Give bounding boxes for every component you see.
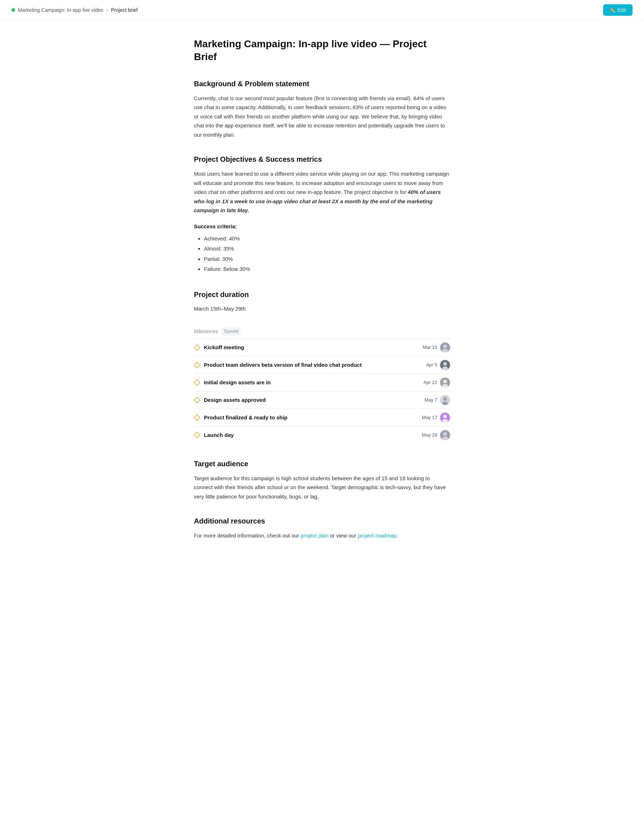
diamond-icon bbox=[194, 362, 200, 368]
milestones-header: Milestones Synced bbox=[194, 327, 450, 336]
milestone-right: May 7 bbox=[425, 395, 450, 405]
milestone-right: Apr 22 bbox=[423, 377, 450, 388]
duration-heading: Project duration bbox=[194, 289, 450, 300]
list-item: Partial: 30% bbox=[204, 254, 450, 264]
section-background: Background & Problem statement Currently… bbox=[194, 78, 450, 140]
svg-marker-0 bbox=[194, 345, 200, 350]
additional-resources-body: For more detailed information, check out… bbox=[194, 531, 450, 540]
section-target-audience: Target audience Target audience for this… bbox=[194, 458, 450, 501]
svg-point-22 bbox=[443, 432, 447, 436]
duration-body: March 15th–May 29th bbox=[194, 305, 450, 313]
section-objectives: Project Objectives & Success metrics Mos… bbox=[194, 153, 450, 275]
topbar: Marketing Campaign: In-app live video › … bbox=[0, 0, 644, 20]
avatar bbox=[440, 360, 450, 370]
svg-point-14 bbox=[443, 397, 447, 401]
svg-marker-16 bbox=[194, 415, 200, 420]
avatar bbox=[440, 430, 450, 440]
section-milestones: Milestones Synced Kickoff meeting Mar 15 bbox=[194, 327, 450, 444]
additional-resources-middle: or view our bbox=[328, 532, 358, 538]
milestone-row: Kickoff meeting Mar 15 bbox=[194, 339, 450, 356]
criteria-list: Achieved: 40% Almost: 35% Partial: 30% F… bbox=[194, 234, 450, 275]
avatar-svg bbox=[440, 395, 450, 405]
milestones-label: Milestones bbox=[194, 327, 218, 335]
avatar-svg bbox=[440, 430, 450, 440]
milestone-row: Launch day May 29 bbox=[194, 426, 450, 444]
target-audience-body: Target audience for this campaign is hig… bbox=[194, 474, 450, 501]
additional-resources-suffix: . bbox=[396, 532, 398, 538]
list-item: Achieved: 40% bbox=[204, 234, 450, 244]
milestone-name: Design assets approved bbox=[204, 396, 266, 404]
diamond-icon bbox=[194, 379, 200, 386]
svg-marker-4 bbox=[194, 362, 200, 368]
list-item: Almost: 35% bbox=[204, 244, 450, 254]
success-criteria-heading: Success criteria: bbox=[194, 222, 450, 231]
avatar-svg bbox=[440, 360, 450, 370]
milestone-left: Product team delivers beta version of fi… bbox=[194, 361, 362, 369]
section-additional-resources: Additional resources For more detailed i… bbox=[194, 515, 450, 540]
diamond-icon bbox=[194, 344, 200, 351]
milestone-row: Product finalized & ready to ship May 17 bbox=[194, 409, 450, 426]
milestone-right: Apr 5 bbox=[426, 360, 450, 370]
avatar-svg bbox=[440, 342, 450, 353]
breadcrumb-parent-link[interactable]: Marketing Campaign: In-app live video bbox=[18, 6, 103, 14]
milestones-list: Kickoff meeting Mar 15 bbox=[194, 339, 450, 444]
milestone-name: Product team delivers beta version of fi… bbox=[204, 361, 362, 369]
milestone-name: Launch day bbox=[204, 431, 234, 439]
milestone-row: Product team delivers beta version of fi… bbox=[194, 356, 450, 374]
milestone-row: Design assets approved May 7 bbox=[194, 391, 450, 409]
main-content: Marketing Campaign: In-app live video — … bbox=[182, 20, 462, 583]
objectives-heading: Project Objectives & Success metrics bbox=[194, 153, 450, 165]
milestone-name: Product finalized & ready to ship bbox=[204, 413, 287, 422]
svg-point-6 bbox=[443, 362, 447, 366]
milestone-left: Launch day bbox=[194, 431, 234, 439]
milestone-date: Apr 22 bbox=[423, 379, 437, 387]
success-criteria: Success criteria: Achieved: 40% Almost: … bbox=[194, 222, 450, 275]
milestone-right: May 29 bbox=[422, 430, 450, 440]
milestone-left: Design assets approved bbox=[194, 396, 266, 404]
diamond-icon bbox=[194, 397, 200, 403]
milestone-left: Product finalized & ready to ship bbox=[194, 413, 287, 422]
milestone-date: Mar 15 bbox=[423, 344, 437, 351]
svg-point-10 bbox=[443, 380, 447, 383]
milestone-name: Initial design assets are in bbox=[204, 378, 271, 387]
avatar bbox=[440, 395, 450, 405]
svg-marker-20 bbox=[194, 432, 200, 438]
avatar bbox=[440, 342, 450, 353]
milestone-left: Kickoff meeting bbox=[194, 343, 244, 352]
breadcrumb-current: Project brief bbox=[111, 6, 138, 14]
milestone-date: May 29 bbox=[422, 431, 437, 439]
avatar bbox=[440, 413, 450, 423]
breadcrumb: Marketing Campaign: In-app live video › … bbox=[11, 5, 138, 15]
avatar bbox=[440, 377, 450, 388]
breadcrumb-separator: › bbox=[106, 5, 108, 15]
target-audience-heading: Target audience bbox=[194, 458, 450, 469]
project-plan-link[interactable]: project plan bbox=[301, 532, 328, 538]
status-dot bbox=[11, 8, 15, 12]
avatar-svg bbox=[440, 377, 450, 388]
milestone-date: May 17 bbox=[422, 414, 437, 422]
edit-button-label: Edit bbox=[618, 7, 626, 13]
svg-marker-8 bbox=[194, 380, 200, 385]
milestone-right: Mar 15 bbox=[423, 342, 450, 353]
milestone-left: Initial design assets are in bbox=[194, 378, 271, 387]
section-duration: Project duration March 15th–May 29th bbox=[194, 289, 450, 313]
page-title: Marketing Campaign: In-app live video — … bbox=[194, 38, 450, 64]
list-item: Failure: Below 30% bbox=[204, 264, 450, 275]
objectives-body: Most users have learned to use a differe… bbox=[194, 169, 450, 215]
svg-marker-12 bbox=[194, 397, 200, 403]
background-heading: Background & Problem statement bbox=[194, 78, 450, 89]
diamond-icon bbox=[194, 432, 200, 438]
milestone-name: Kickoff meeting bbox=[204, 343, 244, 352]
project-roadmap-link[interactable]: project roadmap bbox=[358, 532, 396, 538]
svg-point-18 bbox=[443, 415, 447, 418]
milestone-row: Initial design assets are in Apr 22 bbox=[194, 374, 450, 391]
svg-point-2 bbox=[443, 345, 447, 348]
milestone-date: May 7 bbox=[425, 396, 437, 404]
background-body: Currently, chat is our second most popul… bbox=[194, 94, 450, 140]
diamond-icon bbox=[194, 414, 200, 421]
milestone-date: Apr 5 bbox=[426, 361, 437, 369]
additional-resources-heading: Additional resources bbox=[194, 515, 450, 527]
avatar-svg bbox=[440, 413, 450, 423]
pencil-icon: ✏️ bbox=[610, 8, 615, 13]
edit-button[interactable]: ✏️ Edit bbox=[603, 4, 633, 16]
